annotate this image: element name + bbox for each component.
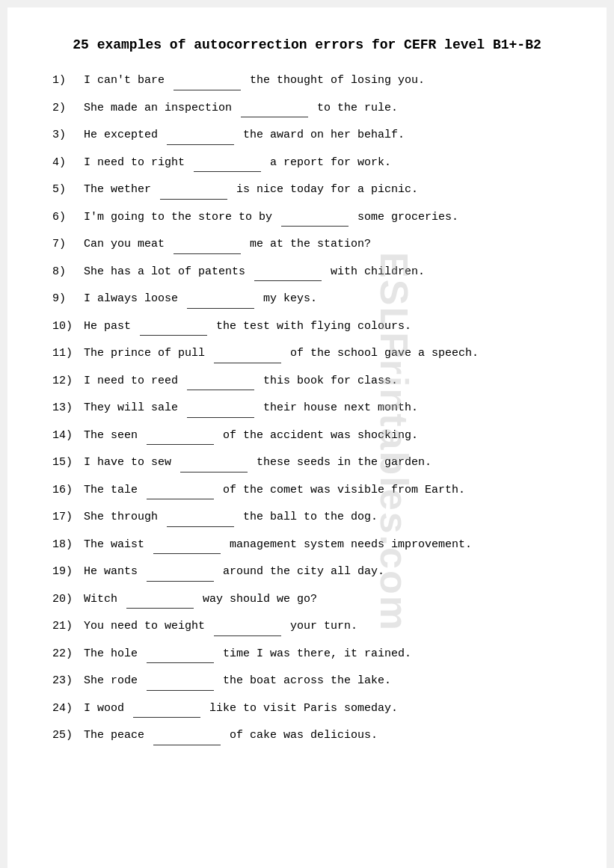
list-item: 19)He wants around the city all day. (52, 561, 562, 582)
item-number: 3) (52, 126, 84, 144)
list-item: 9)I always loose my keys. (52, 289, 562, 309)
item-text: I need to right a report for work. (84, 153, 562, 173)
list-item: 3)He excepted the award on her behalf. (52, 125, 562, 145)
item-text: I always loose my keys. (84, 289, 562, 309)
list-item: 13)They will sale their house next month… (52, 398, 562, 418)
item-text: I can't bare the thought of losing you. (84, 70, 562, 90)
item-text: He past the test with flying colours. (84, 316, 562, 336)
list-item: 8)She has a lot of patents with children… (52, 262, 562, 282)
item-text: I wood like to visit Paris someday. (84, 698, 562, 718)
answer-blank[interactable] (140, 316, 207, 336)
item-number: 11) (52, 345, 84, 363)
item-text: The prince of pull of the school gave a … (84, 343, 562, 363)
list-item: 17)She through the ball to the dog. (52, 507, 562, 527)
item-number: 22) (52, 645, 84, 663)
page-title: 25 examples of autocorrection errors for… (52, 37, 562, 52)
list-item: 11)The prince of pull of the school gave… (52, 343, 562, 363)
item-number: 16) (52, 481, 84, 499)
item-text: You need to weight your turn. (84, 616, 562, 636)
item-text: She through the ball to the dog. (84, 507, 562, 527)
item-number: 6) (52, 209, 84, 227)
item-text: She has a lot of patents with children. (84, 262, 562, 282)
list-item: 6)I'm going to the store to by some groc… (52, 207, 562, 227)
answer-blank[interactable] (153, 535, 221, 555)
item-text: I need to reed this book for class. (84, 371, 562, 391)
item-number: 4) (52, 154, 84, 172)
list-item: 2)She made an inspection to the rule. (52, 98, 562, 118)
item-number: 24) (52, 700, 84, 718)
item-text: He excepted the award on her behalf. (84, 125, 562, 145)
answer-blank[interactable] (241, 98, 308, 118)
item-text: The peace of cake was delicious. (84, 725, 562, 745)
answer-blank[interactable] (133, 698, 200, 718)
list-item: 18)The waist management system needs imp… (52, 535, 562, 555)
item-number: 21) (52, 618, 84, 635)
answer-blank[interactable] (180, 452, 248, 473)
answer-blank[interactable] (187, 289, 254, 309)
answer-blank[interactable] (214, 343, 281, 363)
list-item: 24)I wood like to visit Paris someday. (52, 698, 562, 718)
exercise-list: 1)I can't bare the thought of losing you… (52, 70, 562, 745)
item-number: 13) (52, 399, 84, 417)
list-item: 14)The seen of the accident was shocking… (52, 425, 562, 446)
item-number: 12) (52, 372, 84, 390)
item-number: 9) (52, 290, 84, 308)
item-number: 7) (52, 236, 84, 253)
answer-blank[interactable] (153, 725, 221, 745)
item-text: He wants around the city all day. (84, 561, 562, 582)
item-number: 8) (52, 263, 84, 281)
item-number: 5) (52, 181, 84, 199)
list-item: 15)I have to sew these seeds in the gard… (52, 452, 562, 473)
list-item: 10)He past the test with flying colours. (52, 316, 562, 336)
item-number: 1) (52, 72, 84, 90)
item-text: The seen of the accident was shocking. (84, 425, 562, 446)
list-item: 22)The hole time I was there, it rained. (52, 644, 562, 664)
list-item: 5)The wether is nice today for a picnic. (52, 179, 562, 200)
item-text: The tale of the comet was visible from E… (84, 480, 562, 500)
answer-blank[interactable] (281, 207, 349, 227)
answer-blank[interactable] (174, 234, 241, 254)
item-text: She made an inspection to the rule. (84, 98, 562, 118)
answer-blank[interactable] (160, 179, 227, 200)
answer-blank[interactable] (126, 589, 194, 609)
item-text: Witch way should we go? (84, 589, 562, 609)
item-number: 2) (52, 99, 84, 117)
answer-blank[interactable] (147, 561, 214, 582)
list-item: 4)I need to right a report for work. (52, 153, 562, 173)
list-item: 25)The peace of cake was delicious. (52, 725, 562, 745)
item-number: 14) (52, 427, 84, 445)
answer-blank[interactable] (147, 644, 214, 664)
item-number: 15) (52, 454, 84, 472)
item-number: 19) (52, 563, 84, 581)
item-text: I'm going to the store to by some grocer… (84, 207, 562, 227)
list-item: 23)She rode the boat across the lake. (52, 671, 562, 691)
answer-blank[interactable] (187, 371, 254, 391)
worksheet-page: ESLPrintables.com 25 examples of autocor… (7, 7, 607, 868)
item-text: I have to sew these seeds in the garden. (84, 452, 562, 473)
list-item: 12)I need to reed this book for class. (52, 371, 562, 391)
item-text: Can you meat me at the station? (84, 234, 562, 254)
item-text: The waist management system needs improv… (84, 535, 562, 555)
item-number: 20) (52, 591, 84, 609)
item-number: 10) (52, 318, 84, 336)
list-item: 20)Witch way should we go? (52, 589, 562, 609)
list-item: 1)I can't bare the thought of losing you… (52, 70, 562, 90)
answer-blank[interactable] (174, 70, 241, 90)
item-number: 17) (52, 508, 84, 526)
answer-blank[interactable] (167, 507, 234, 527)
answer-blank[interactable] (254, 262, 322, 282)
item-number: 18) (52, 536, 84, 554)
answer-blank[interactable] (147, 671, 214, 691)
answer-blank[interactable] (167, 125, 234, 145)
item-text: The wether is nice today for a picnic. (84, 179, 562, 200)
answer-blank[interactable] (194, 153, 261, 173)
item-text: The hole time I was there, it rained. (84, 644, 562, 664)
item-text: They will sale their house next month. (84, 398, 562, 418)
answer-blank[interactable] (147, 425, 214, 446)
answer-blank[interactable] (214, 616, 281, 636)
list-item: 21)You need to weight your turn. (52, 616, 562, 636)
list-item: 16)The tale of the comet was visible fro… (52, 480, 562, 500)
answer-blank[interactable] (187, 398, 254, 418)
answer-blank[interactable] (147, 480, 214, 500)
item-text: She rode the boat across the lake. (84, 671, 562, 691)
